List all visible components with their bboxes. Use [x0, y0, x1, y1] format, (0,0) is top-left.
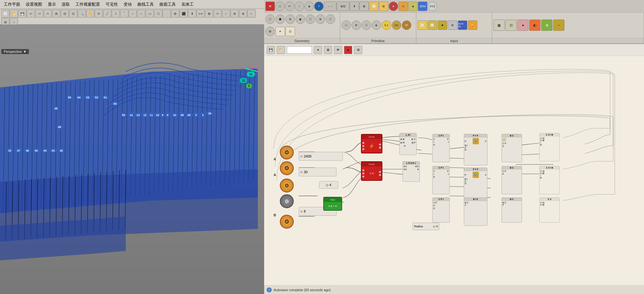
gh-close-btn[interactable]: ✕ [265, 2, 275, 11]
value-4[interactable]: ◇ 4 [319, 181, 338, 189]
gh-geo-btn-5[interactable]: ⬡ [306, 14, 315, 24]
gh-geo-btn-1[interactable]: ⬡ [265, 14, 275, 24]
gh-input-btn-2[interactable]: ⬜ [428, 20, 437, 30]
menu-visibility[interactable]: 可见性 [103, 1, 120, 8]
tool-copy[interactable]: ⊞ [52, 9, 60, 18]
zoom-dropdown-btn[interactable]: ▾ [314, 46, 322, 54]
gh-prim-btn-1[interactable]: ⬡ [341, 20, 351, 30]
orange-node-1[interactable]: ⚙ [280, 146, 294, 159]
node-box-lower-1[interactable]: C P t C P t t D [432, 197, 450, 223]
tool-circle[interactable]: ○ [129, 9, 137, 18]
tool-redo[interactable]: ↪ [35, 9, 43, 18]
tool-surface[interactable]: ⬛ [180, 9, 188, 18]
node-box-2[interactable]: L O A K L X Pi K [402, 161, 420, 182]
gh-btn-10[interactable]: ⬜ [369, 2, 379, 11]
tool-join[interactable]: ⊗ [239, 9, 247, 18]
gh-btn-6[interactable]: ←→ [324, 2, 336, 11]
node-box-lower-3[interactable]: B C B C P [502, 197, 522, 223]
gh-btn-1[interactable]: ⬡ [275, 2, 285, 11]
gh-geo-btn-6[interactable]: ⊕ [316, 14, 325, 24]
gh-canvas[interactable]: ⚙ ⚙ ⚙ ⚙ ⚙ A A B ◇ 2400 ◇ 30 ◇ 4 [264, 56, 644, 285]
tool-save[interactable]: 💾 [18, 9, 26, 18]
gh-btn-8[interactable]: ⬇ [350, 2, 359, 11]
tool-split[interactable]: ⊕ [230, 9, 239, 18]
gh-prim-btn-7[interactable]: ID [402, 20, 411, 30]
gh-view-btn[interactable]: 👁 [334, 46, 342, 54]
slider-2400[interactable]: ◇ 2400 [299, 152, 343, 161]
tool-select[interactable]: ⊡ [69, 9, 77, 18]
menu-display[interactable]: 显示 [45, 1, 58, 8]
gh-prim-btn-6[interactable]: UC [392, 20, 401, 30]
gh-prim-btn-3[interactable]: ⬡ [362, 20, 371, 30]
menu-setview[interactable]: 设置视图 [23, 1, 45, 8]
gh-geo-btn-2[interactable]: ⬢ [275, 14, 285, 24]
gh-extra-btn-3[interactable]: ● [517, 19, 529, 31]
node-box-lower-4[interactable]: C X C tA X tB [539, 197, 560, 223]
tool-zoom[interactable]: 🔍 [78, 9, 86, 18]
tool-array[interactable]: ⊠ [205, 9, 213, 18]
tool-extrude[interactable]: ⬆ [188, 9, 196, 18]
node-box-5[interactable]: P Y F P 🐦 F B t C D [464, 134, 487, 165]
gh-open-btn[interactable]: 📂 [277, 46, 285, 54]
menu-surface-tools[interactable]: 曲面工具 [157, 1, 178, 8]
tool-open[interactable]: 📂 [10, 9, 18, 18]
node-box-9[interactable]: C X I B C tA X tB I B [539, 133, 560, 161]
tool-curve[interactable]: ⌒ [120, 9, 128, 18]
menu-curve-tools[interactable]: 曲线工具 [135, 1, 156, 8]
red-node-1[interactable]: Node ⚡ [361, 134, 382, 153]
menu-solid-tools[interactable]: 实体工 [179, 1, 196, 8]
red-node-2[interactable]: Node X R [361, 161, 382, 181]
gh-btn-2[interactable]: ✏ [285, 2, 294, 11]
gh-btn-9[interactable]: ⊠ [359, 2, 369, 11]
viewport-label[interactable]: Perspective ▼ [1, 49, 29, 54]
gh-btn-11[interactable]: ⊞ [379, 2, 388, 11]
gh-settings-btn[interactable]: ⚙ [354, 46, 362, 54]
gh-btn-12[interactable]: ● [389, 2, 398, 11]
gh-geo-btn-8[interactable]: ⊞ [265, 27, 275, 36]
viewport-dropdown-arrow[interactable]: ▼ [23, 50, 26, 53]
tool-new[interactable]: ⬜ [1, 9, 9, 18]
tool-paste[interactable]: ⊟ [61, 9, 69, 18]
node-box-3[interactable]: C P t CP tt D [432, 134, 450, 162]
gh-prim-btn-2[interactable]: ⊕ [352, 20, 361, 30]
gh-btn-5[interactable]: 7 [314, 2, 324, 11]
gh-geo-btn-9[interactable]: ✦ [275, 27, 285, 36]
node-box-lower-2[interactable]: B t F B C C [464, 197, 487, 226]
tool-polyline[interactable]: ⌇ [112, 9, 120, 18]
menu-viewport-config[interactable]: 工作视窗配置 [73, 1, 103, 8]
tool-extend[interactable]: ↔ [222, 9, 230, 18]
gh-input-btn-1[interactable]: ⬜ [418, 20, 427, 30]
gh-input-btn-4[interactable]: ⊞ [448, 20, 457, 30]
slider-30[interactable]: ◇ 30 [299, 168, 336, 176]
green-node[interactable]: Math A B ÷ R [323, 197, 342, 211]
gh-btn-4[interactable]: ◈ [304, 2, 314, 11]
node-box-6[interactable]: P Y F P 🐦 F B t C D [464, 168, 487, 199]
tool-point[interactable]: · [163, 9, 171, 18]
gh-geo-btn-3[interactable]: ⊗ [286, 14, 295, 24]
tool-pan[interactable]: ✋ [86, 9, 94, 18]
node-box-7[interactable]: B C 🔑 C P P [502, 134, 522, 162]
gh-prim-btn-5[interactable]: 0.1 [382, 20, 391, 30]
node-box-10[interactable]: C X I B C tA X tB I B [539, 166, 560, 194]
menu-workplane[interactable]: 工作平面 [1, 1, 23, 8]
gh-btn-14[interactable]: ◈ [408, 2, 418, 11]
gh-extra-btn-1[interactable]: ▦ [493, 19, 505, 31]
gray-node-circle[interactable]: ⚙ [280, 194, 294, 208]
orange-node-2[interactable]: ⚙ [280, 161, 294, 175]
tool-cut[interactable]: ✂ [44, 9, 52, 18]
gh-save-btn[interactable]: 💾 [267, 46, 275, 54]
gh-btn-13[interactable]: A [398, 2, 408, 11]
gh-extra-btn-4[interactable]: ◐ [529, 19, 541, 31]
orange-node-3[interactable]: ⚙ [280, 179, 294, 192]
node-box-4[interactable]: C P t CP tt D [432, 166, 450, 194]
tool-arc[interactable]: ⌓ [137, 9, 145, 18]
orange-node-5[interactable]: ⚙ [280, 215, 294, 229]
gh-btn-16[interactable]: XYZ [428, 2, 437, 11]
node-box-8[interactable]: B C C P P [502, 166, 522, 194]
tool-mirror[interactable]: ⟺ [197, 9, 205, 18]
menu-transform[interactable]: 变动 [121, 1, 134, 8]
gh-btn-3[interactable]: ○ [295, 2, 304, 11]
gh-fit-btn[interactable]: ⊞ [324, 46, 332, 54]
menu-select[interactable]: 选取 [59, 1, 72, 8]
tool-mesh[interactable]: ⊞ [171, 9, 179, 18]
